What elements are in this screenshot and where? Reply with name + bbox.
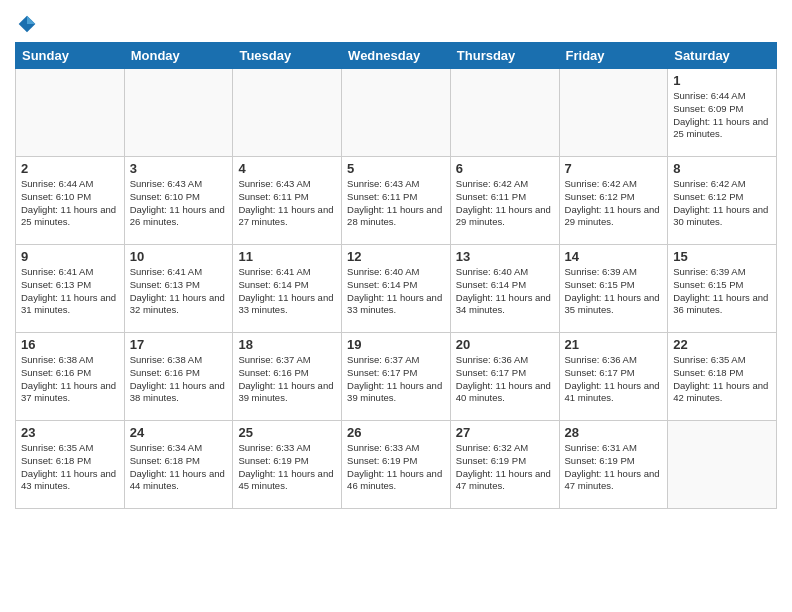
col-header-wednesday: Wednesday	[342, 43, 451, 69]
day-number: 27	[456, 425, 554, 440]
calendar-cell	[124, 69, 233, 157]
day-number: 9	[21, 249, 119, 264]
calendar-cell: 15Sunrise: 6:39 AM Sunset: 6:15 PM Dayli…	[668, 245, 777, 333]
calendar-header-row: SundayMondayTuesdayWednesdayThursdayFrid…	[16, 43, 777, 69]
day-number: 21	[565, 337, 663, 352]
day-number: 22	[673, 337, 771, 352]
day-number: 14	[565, 249, 663, 264]
day-info: Sunrise: 6:41 AM Sunset: 6:13 PM Dayligh…	[21, 266, 119, 317]
day-info: Sunrise: 6:41 AM Sunset: 6:13 PM Dayligh…	[130, 266, 228, 317]
day-info: Sunrise: 6:42 AM Sunset: 6:12 PM Dayligh…	[565, 178, 663, 229]
col-header-saturday: Saturday	[668, 43, 777, 69]
day-info: Sunrise: 6:39 AM Sunset: 6:15 PM Dayligh…	[673, 266, 771, 317]
calendar-cell: 27Sunrise: 6:32 AM Sunset: 6:19 PM Dayli…	[450, 421, 559, 509]
calendar-cell	[16, 69, 125, 157]
calendar-cell: 16Sunrise: 6:38 AM Sunset: 6:16 PM Dayli…	[16, 333, 125, 421]
col-header-monday: Monday	[124, 43, 233, 69]
day-number: 26	[347, 425, 445, 440]
calendar-cell: 28Sunrise: 6:31 AM Sunset: 6:19 PM Dayli…	[559, 421, 668, 509]
week-row-4: 23Sunrise: 6:35 AM Sunset: 6:18 PM Dayli…	[16, 421, 777, 509]
calendar-cell: 17Sunrise: 6:38 AM Sunset: 6:16 PM Dayli…	[124, 333, 233, 421]
calendar-cell: 2Sunrise: 6:44 AM Sunset: 6:10 PM Daylig…	[16, 157, 125, 245]
day-info: Sunrise: 6:38 AM Sunset: 6:16 PM Dayligh…	[130, 354, 228, 405]
calendar-cell: 18Sunrise: 6:37 AM Sunset: 6:16 PM Dayli…	[233, 333, 342, 421]
day-number: 4	[238, 161, 336, 176]
day-info: Sunrise: 6:39 AM Sunset: 6:15 PM Dayligh…	[565, 266, 663, 317]
day-number: 20	[456, 337, 554, 352]
calendar-cell	[342, 69, 451, 157]
week-row-1: 2Sunrise: 6:44 AM Sunset: 6:10 PM Daylig…	[16, 157, 777, 245]
calendar-cell: 19Sunrise: 6:37 AM Sunset: 6:17 PM Dayli…	[342, 333, 451, 421]
day-number: 23	[21, 425, 119, 440]
calendar-cell: 3Sunrise: 6:43 AM Sunset: 6:10 PM Daylig…	[124, 157, 233, 245]
col-header-friday: Friday	[559, 43, 668, 69]
day-number: 3	[130, 161, 228, 176]
day-number: 25	[238, 425, 336, 440]
calendar-cell: 10Sunrise: 6:41 AM Sunset: 6:13 PM Dayli…	[124, 245, 233, 333]
logo-icon	[17, 14, 37, 34]
calendar-cell: 25Sunrise: 6:33 AM Sunset: 6:19 PM Dayli…	[233, 421, 342, 509]
day-number: 7	[565, 161, 663, 176]
day-info: Sunrise: 6:41 AM Sunset: 6:14 PM Dayligh…	[238, 266, 336, 317]
day-number: 19	[347, 337, 445, 352]
calendar-cell: 24Sunrise: 6:34 AM Sunset: 6:18 PM Dayli…	[124, 421, 233, 509]
calendar-cell	[559, 69, 668, 157]
day-number: 24	[130, 425, 228, 440]
calendar-cell: 9Sunrise: 6:41 AM Sunset: 6:13 PM Daylig…	[16, 245, 125, 333]
day-info: Sunrise: 6:36 AM Sunset: 6:17 PM Dayligh…	[565, 354, 663, 405]
day-info: Sunrise: 6:42 AM Sunset: 6:12 PM Dayligh…	[673, 178, 771, 229]
day-info: Sunrise: 6:35 AM Sunset: 6:18 PM Dayligh…	[673, 354, 771, 405]
day-number: 6	[456, 161, 554, 176]
day-info: Sunrise: 6:40 AM Sunset: 6:14 PM Dayligh…	[347, 266, 445, 317]
day-info: Sunrise: 6:32 AM Sunset: 6:19 PM Dayligh…	[456, 442, 554, 493]
day-info: Sunrise: 6:38 AM Sunset: 6:16 PM Dayligh…	[21, 354, 119, 405]
day-number: 5	[347, 161, 445, 176]
day-info: Sunrise: 6:31 AM Sunset: 6:19 PM Dayligh…	[565, 442, 663, 493]
day-info: Sunrise: 6:43 AM Sunset: 6:10 PM Dayligh…	[130, 178, 228, 229]
calendar-cell: 20Sunrise: 6:36 AM Sunset: 6:17 PM Dayli…	[450, 333, 559, 421]
calendar-cell: 5Sunrise: 6:43 AM Sunset: 6:11 PM Daylig…	[342, 157, 451, 245]
calendar-cell: 4Sunrise: 6:43 AM Sunset: 6:11 PM Daylig…	[233, 157, 342, 245]
calendar-cell: 13Sunrise: 6:40 AM Sunset: 6:14 PM Dayli…	[450, 245, 559, 333]
calendar-cell: 8Sunrise: 6:42 AM Sunset: 6:12 PM Daylig…	[668, 157, 777, 245]
calendar-cell: 11Sunrise: 6:41 AM Sunset: 6:14 PM Dayli…	[233, 245, 342, 333]
calendar-cell: 14Sunrise: 6:39 AM Sunset: 6:15 PM Dayli…	[559, 245, 668, 333]
day-number: 1	[673, 73, 771, 88]
day-number: 8	[673, 161, 771, 176]
day-number: 18	[238, 337, 336, 352]
day-info: Sunrise: 6:43 AM Sunset: 6:11 PM Dayligh…	[238, 178, 336, 229]
week-row-3: 16Sunrise: 6:38 AM Sunset: 6:16 PM Dayli…	[16, 333, 777, 421]
day-number: 2	[21, 161, 119, 176]
day-info: Sunrise: 6:34 AM Sunset: 6:18 PM Dayligh…	[130, 442, 228, 493]
day-info: Sunrise: 6:43 AM Sunset: 6:11 PM Dayligh…	[347, 178, 445, 229]
day-number: 11	[238, 249, 336, 264]
day-number: 12	[347, 249, 445, 264]
calendar-cell: 7Sunrise: 6:42 AM Sunset: 6:12 PM Daylig…	[559, 157, 668, 245]
col-header-thursday: Thursday	[450, 43, 559, 69]
day-number: 13	[456, 249, 554, 264]
calendar-cell: 21Sunrise: 6:36 AM Sunset: 6:17 PM Dayli…	[559, 333, 668, 421]
page-header	[15, 10, 777, 34]
day-info: Sunrise: 6:40 AM Sunset: 6:14 PM Dayligh…	[456, 266, 554, 317]
day-info: Sunrise: 6:37 AM Sunset: 6:17 PM Dayligh…	[347, 354, 445, 405]
day-info: Sunrise: 6:36 AM Sunset: 6:17 PM Dayligh…	[456, 354, 554, 405]
calendar-cell: 26Sunrise: 6:33 AM Sunset: 6:19 PM Dayli…	[342, 421, 451, 509]
calendar-cell: 12Sunrise: 6:40 AM Sunset: 6:14 PM Dayli…	[342, 245, 451, 333]
day-number: 15	[673, 249, 771, 264]
day-number: 10	[130, 249, 228, 264]
day-info: Sunrise: 6:33 AM Sunset: 6:19 PM Dayligh…	[238, 442, 336, 493]
week-row-0: 1Sunrise: 6:44 AM Sunset: 6:09 PM Daylig…	[16, 69, 777, 157]
calendar-cell	[450, 69, 559, 157]
col-header-sunday: Sunday	[16, 43, 125, 69]
week-row-2: 9Sunrise: 6:41 AM Sunset: 6:13 PM Daylig…	[16, 245, 777, 333]
calendar-cell	[233, 69, 342, 157]
day-number: 28	[565, 425, 663, 440]
day-info: Sunrise: 6:44 AM Sunset: 6:10 PM Dayligh…	[21, 178, 119, 229]
logo	[15, 10, 37, 34]
calendar-cell: 6Sunrise: 6:42 AM Sunset: 6:11 PM Daylig…	[450, 157, 559, 245]
calendar-table: SundayMondayTuesdayWednesdayThursdayFrid…	[15, 42, 777, 509]
calendar-cell	[668, 421, 777, 509]
day-info: Sunrise: 6:44 AM Sunset: 6:09 PM Dayligh…	[673, 90, 771, 141]
day-info: Sunrise: 6:35 AM Sunset: 6:18 PM Dayligh…	[21, 442, 119, 493]
day-info: Sunrise: 6:37 AM Sunset: 6:16 PM Dayligh…	[238, 354, 336, 405]
